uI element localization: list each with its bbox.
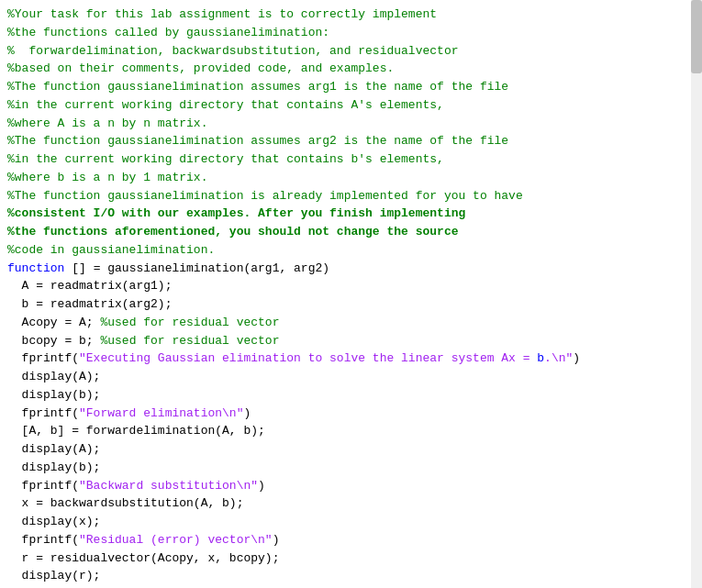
code-line: display(A); <box>7 440 695 459</box>
code-line: %where A is a n by n matrix. <box>7 115 695 133</box>
code-block: %Your task for this lab assignment is to… <box>0 4 702 588</box>
code-line: display(x); <box>7 513 695 531</box>
code-line: %in the current working directory that c… <box>7 96 695 115</box>
code-line: %The function gaussianelimination assume… <box>7 78 695 96</box>
code-line: %The function gaussianelimination is alr… <box>7 187 695 205</box>
code-line: %The function gaussianelimination assume… <box>7 132 695 150</box>
code-line: fprintf("Backward substitution\n") <box>7 477 695 495</box>
code-line: %where b is a n by 1 matrix. <box>7 169 695 187</box>
editor-container: %Your task for this lab assignment is to… <box>0 0 702 588</box>
code-line: display(r); <box>7 567 695 585</box>
code-line: x = backwardsubstitution(A, b); <box>7 494 695 513</box>
code-line: %based on their comments, provided code,… <box>7 60 695 78</box>
code-line: % forwardelimination, backwardsubstituti… <box>7 42 695 61</box>
code-line: %Your task for this lab assignment is to… <box>7 6 695 24</box>
code-line: [A, b] = forwardelimination(A, b); <box>7 422 695 440</box>
code-line: A = readmatrix(arg1); <box>7 277 695 295</box>
code-line: display(b); <box>7 459 695 477</box>
scrollbar-thumb[interactable] <box>691 0 702 73</box>
code-line: %the functions aforementioned, you shoul… <box>7 223 695 241</box>
code-line: %code in gaussianelimination. <box>7 241 695 260</box>
code-line: function [] = gaussianelimination(arg1, … <box>7 260 695 278</box>
code-line: %the functions called by gaussianelimina… <box>7 24 695 42</box>
code-line: display(A); <box>7 368 695 386</box>
code-line: %in the current working directory that c… <box>7 150 695 169</box>
code-line: fprintf("Forward elimination\n") <box>7 405 695 423</box>
code-line: bcopy = b; %used for residual vector <box>7 332 695 350</box>
code-line: fprintf("Executing Gaussian elimination … <box>7 349 695 368</box>
code-line: r = residualvector(Acopy, x, bcopy); <box>7 549 695 568</box>
code-line: fprintf("Residual (error) vector\n") <box>7 531 695 549</box>
code-line: %consistent I/O with our examples. After… <box>7 205 695 223</box>
code-line: Acopy = A; %used for residual vector <box>7 314 695 332</box>
code-line: b = readmatrix(arg2); <box>7 295 695 314</box>
scrollbar[interactable] <box>691 0 702 588</box>
code-line: display(b); <box>7 386 695 405</box>
